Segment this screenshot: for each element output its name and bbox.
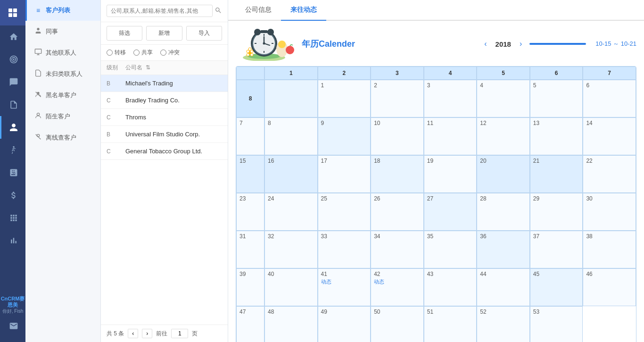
prev-page-button[interactable]: ‹ — [128, 329, 138, 338]
conflict-radio[interactable] — [160, 50, 166, 56]
cal-cell-39[interactable]: 39 — [236, 268, 264, 306]
transfer-radio[interactable] — [107, 50, 113, 56]
share-radio[interactable] — [133, 50, 140, 56]
cal-cell-5[interactable]: 5 — [530, 80, 583, 117]
cal-cell-50[interactable]: 50 — [371, 306, 424, 342]
cal-cell-21[interactable]: 21 — [530, 155, 583, 193]
cal-cell-44[interactable]: 44 — [477, 268, 530, 306]
cal-cell-10[interactable]: 10 — [371, 117, 424, 155]
share-filter[interactable]: 共享 — [133, 49, 153, 57]
cal-cell-26[interactable]: 26 — [371, 193, 424, 231]
cal-cell-7[interactable]: 7 — [236, 117, 264, 155]
page-number-input[interactable] — [171, 329, 188, 338]
cal-cell-20[interactable]: 20 — [477, 155, 530, 193]
search-input[interactable] — [107, 5, 213, 17]
sidebar-item-other-contacts[interactable]: 其他联系人 — [25, 42, 100, 63]
svg-point-26 — [263, 42, 265, 45]
cal-cell-33[interactable]: 33 — [318, 231, 371, 268]
cal-cell-2[interactable]: 2 — [371, 80, 424, 117]
mail-nav-icon[interactable] — [0, 315, 25, 337]
cal-cell-38[interactable]: 38 — [583, 231, 636, 268]
event-link-41[interactable]: 动态 — [321, 278, 368, 285]
cal-cell-28[interactable]: 28 — [477, 193, 530, 231]
cal-cell-4[interactable]: 4 — [477, 80, 530, 117]
contacts-nav-icon[interactable] — [0, 116, 25, 139]
sort-icon[interactable]: ⇅ — [146, 64, 150, 71]
svg-point-27 — [254, 29, 261, 35]
target-nav-icon[interactable] — [0, 48, 25, 71]
cal-cell-15[interactable]: 15 — [236, 155, 264, 193]
cal-cell-47[interactable]: 47 — [236, 306, 264, 342]
event-link-42[interactable]: 动态 — [374, 278, 421, 285]
cal-cell-17[interactable]: 17 — [318, 155, 371, 193]
tab-activity[interactable]: 来往动态 — [281, 0, 326, 21]
sidebar-item-blacklist[interactable]: 黑名单客户 — [25, 84, 100, 106]
cal-cell-25[interactable]: 25 — [318, 193, 371, 231]
customer-row[interactable]: C Throms — [101, 109, 228, 126]
next-page-button[interactable]: › — [142, 329, 152, 338]
sidebar-item-customer-list[interactable]: ≡ 客户列表 — [25, 0, 100, 21]
customer-row[interactable]: B Universal Film Studio Corp. — [101, 126, 228, 143]
money-nav-icon[interactable] — [0, 184, 25, 207]
cal-cell-13[interactable]: 13 — [530, 117, 583, 155]
cal-cell-31[interactable]: 31 — [236, 231, 264, 268]
logo-icon[interactable] — [0, 0, 25, 25]
cal-cell-37[interactable]: 37 — [530, 231, 583, 268]
cal-cell-41[interactable]: 41动态 — [318, 268, 371, 306]
search-button[interactable] — [215, 7, 222, 16]
prev-year-button[interactable]: ‹ — [482, 40, 488, 48]
cal-cell-24[interactable]: 24 — [264, 193, 318, 231]
cal-cell-52[interactable]: 52 — [477, 306, 530, 342]
document-nav-icon[interactable] — [0, 93, 25, 116]
cal-cell-40[interactable]: 40 — [264, 268, 318, 306]
conflict-filter[interactable]: 冲突 — [160, 49, 180, 57]
customer-row[interactable]: C General Tobacco Group Ltd. — [101, 143, 228, 160]
cal-cell-49[interactable]: 49 — [318, 306, 371, 342]
cal-cell-16[interactable]: 16 — [264, 155, 318, 193]
cal-cell-22[interactable]: 22 — [583, 155, 636, 193]
week-cell-27: 27 — [424, 193, 477, 231]
cal-cell-48[interactable]: 48 — [264, 306, 318, 342]
cal-cell-53[interactable]: 53 — [530, 306, 583, 342]
add-button[interactable]: 新增 — [146, 26, 182, 41]
chat-nav-icon[interactable] — [0, 71, 25, 93]
cal-cell-19[interactable]: 19 — [424, 155, 477, 193]
home-nav-icon[interactable] — [0, 25, 25, 48]
sidebar-item-offline[interactable]: 离线查客户 — [25, 127, 100, 148]
report-nav-icon[interactable] — [0, 161, 25, 184]
svg-point-12 — [37, 113, 39, 116]
cal-cell-12[interactable]: 12 — [477, 117, 530, 155]
filter-button[interactable]: 筛选 — [107, 26, 142, 41]
cal-cell-1[interactable]: 1 — [318, 80, 371, 117]
cal-cell-51[interactable]: 51 — [424, 306, 477, 342]
walk-nav-icon[interactable] — [0, 139, 25, 161]
sidebar-item-stranger[interactable]: 陌生客户 — [25, 106, 100, 127]
next-year-button[interactable]: › — [518, 40, 524, 48]
cal-cell-14[interactable]: 14 — [583, 117, 636, 155]
sidebar-item-unclassified[interactable]: 未归类联系人 — [25, 63, 100, 84]
cal-cell-30[interactable]: 30 — [583, 193, 636, 231]
cal-cell-43[interactable]: 43 — [424, 268, 477, 306]
transfer-filter[interactable]: 转移 — [107, 49, 126, 57]
cal-cell-42[interactable]: 42动态 — [371, 268, 424, 306]
tab-company-info[interactable]: 公司信息 — [236, 0, 281, 21]
customer-name: Throms — [125, 114, 222, 121]
cal-cell-35[interactable]: 35 — [424, 231, 477, 268]
customer-row[interactable]: B Michael's Trading — [101, 75, 228, 92]
chart-nav-icon[interactable] — [0, 229, 25, 252]
svg-point-36 — [248, 48, 251, 50]
cal-cell-6[interactable]: 6 — [583, 80, 636, 117]
cal-cell-29[interactable]: 29 — [530, 193, 583, 231]
right-tabs: 公司信息 来往动态 — [228, 0, 644, 21]
customer-row[interactable]: C Bradley Trading Co. — [101, 92, 228, 109]
cal-cell-11[interactable]: 11 — [424, 117, 477, 155]
sidebar-item-colleagues[interactable]: 同事 — [25, 21, 100, 42]
cal-cell-23[interactable]: 23 — [236, 193, 264, 231]
apps-nav-icon[interactable] — [0, 207, 25, 229]
cal-cell-46[interactable]: 46 — [583, 268, 636, 306]
cal-cell-3[interactable]: 3 — [424, 80, 477, 117]
cal-cell-32[interactable]: 32 — [264, 231, 318, 268]
import-button[interactable]: 导入 — [186, 26, 222, 41]
cal-cell-34[interactable]: 34 — [371, 231, 424, 268]
cal-cell-8[interactable]: 8 — [264, 117, 318, 155]
